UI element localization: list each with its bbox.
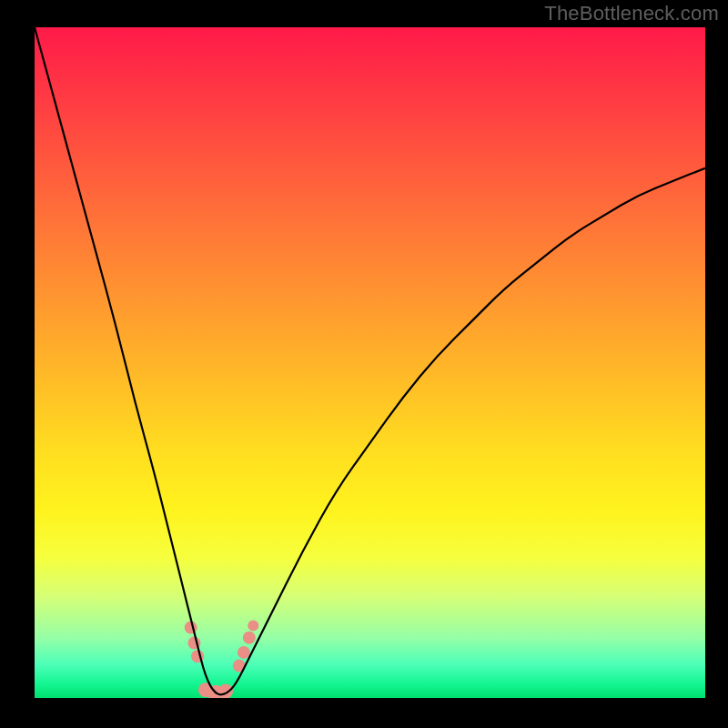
curve-layer: [35, 27, 705, 698]
plot-area: [35, 27, 705, 698]
trough-marker: [185, 622, 197, 634]
trough-marker: [248, 620, 258, 631]
bottleneck-curve: [35, 27, 705, 694]
trough-marker: [243, 632, 256, 644]
watermark-text: TheBottleneck.com: [544, 2, 719, 25]
chart-frame: TheBottleneck.com: [0, 0, 728, 728]
trough-marker: [238, 646, 250, 659]
